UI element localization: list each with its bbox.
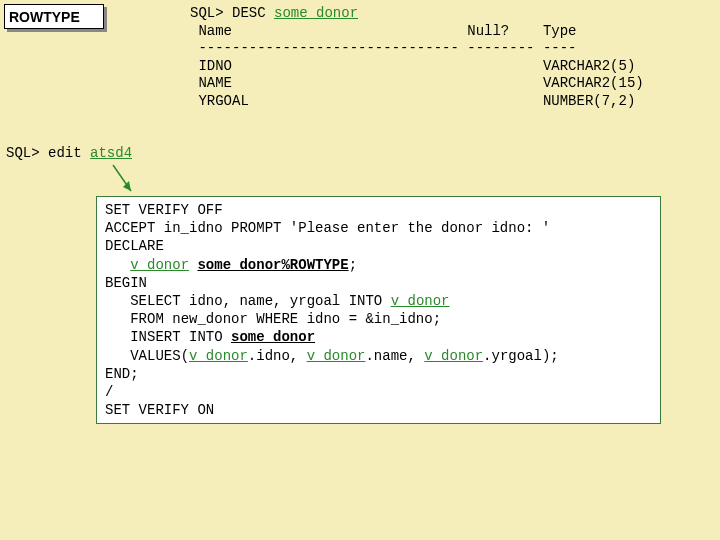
desc-output: SQL> DESC some_donor Name Null? Type ---… — [190, 5, 644, 110]
code-text: .yrgoal); — [483, 348, 559, 364]
script-code-box: SET VERIFY OFF ACCEPT in_idno PROMPT 'Pl… — [96, 196, 661, 424]
code-text: VALUES( — [130, 348, 189, 364]
dash-null: -------- — [467, 40, 534, 56]
col-name-header: Name — [198, 23, 232, 39]
code-line: SET VERIFY ON — [105, 402, 214, 418]
col-null-header: Null? — [467, 23, 509, 39]
svg-marker-1 — [123, 181, 131, 191]
edit-file: atsd4 — [90, 145, 132, 161]
row-type: VARCHAR2(5) — [543, 58, 635, 74]
code-line: FROM new_donor WHERE idno = &in_idno; — [130, 311, 441, 327]
var-ref: v_donor — [424, 348, 483, 364]
var-ref: v_donor — [391, 293, 450, 309]
table-ref: some_donor — [231, 329, 315, 345]
code-text: .name, — [365, 348, 424, 364]
row-name: IDNO — [198, 58, 232, 74]
dash-name: ------------------------------- — [198, 40, 458, 56]
desc-cmd: DESC — [232, 5, 266, 21]
col-type-header: Type — [543, 23, 577, 39]
code-text: .idno, — [248, 348, 307, 364]
row-type: NUMBER(7,2) — [543, 93, 635, 109]
code-line: BEGIN — [105, 275, 147, 291]
badge-label: ROWTYPE — [9, 9, 80, 25]
edit-command: SQL> edit atsd4 — [6, 145, 132, 161]
rowtype-badge: ROWTYPE — [4, 4, 104, 29]
row-type: VARCHAR2(15) — [543, 75, 644, 91]
code-line: / — [105, 384, 113, 400]
sql-prompt: SQL> — [190, 5, 224, 21]
dash-type: ---- — [543, 40, 577, 56]
code-text: SELECT idno, name, yrgoal INTO — [130, 293, 390, 309]
code-line: END; — [105, 366, 139, 382]
code-text: INSERT INTO — [130, 329, 231, 345]
arrow-icon — [109, 163, 139, 198]
var-ref: v_donor — [307, 348, 366, 364]
row-name: NAME — [198, 75, 232, 91]
edit-cmd: edit — [48, 145, 82, 161]
row-name: YRGOAL — [198, 93, 248, 109]
var-ref: v_donor — [189, 348, 248, 364]
sql-prompt: SQL> — [6, 145, 40, 161]
var-name: v_donor — [130, 257, 189, 273]
code-line: ACCEPT in_idno PROMPT 'Please enter the … — [105, 220, 550, 236]
code-line: DECLARE — [105, 238, 164, 254]
var-type: some_donor%ROWTYPE — [197, 257, 348, 273]
desc-object: some_donor — [274, 5, 358, 21]
code-line: SET VERIFY OFF — [105, 202, 223, 218]
